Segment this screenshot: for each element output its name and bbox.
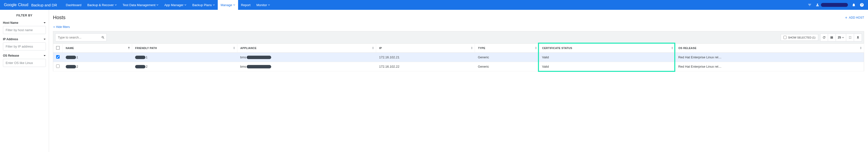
download-button[interactable] bbox=[854, 34, 862, 41]
hosts-table: NAME▲▼ FRIENDLY PATH▲▼ APPLIANCE▲▼ IP▲▼ … bbox=[53, 43, 864, 71]
chevron-down-icon bbox=[156, 4, 158, 6]
filter-ip-address: IP Address bbox=[3, 37, 46, 51]
column-friendly-path[interactable]: FRIENDLY PATH▲▼ bbox=[132, 43, 237, 53]
product-name[interactable]: Backup and DR bbox=[31, 3, 57, 7]
select-all-checkbox[interactable] bbox=[56, 46, 60, 50]
table-header-row: NAME▲▼ FRIENDLY PATH▲▼ APPLIANCE▲▼ IP▲▼ … bbox=[53, 43, 864, 53]
search-input[interactable] bbox=[55, 33, 107, 41]
add-host-button[interactable]: ADD HOST bbox=[844, 16, 864, 19]
filter-host-name: Host Name bbox=[3, 21, 46, 34]
help-icon[interactable] bbox=[860, 3, 864, 7]
column-ip[interactable]: IP▲▼ bbox=[376, 43, 475, 53]
cell-appliance: bms bbox=[237, 62, 376, 71]
search-box bbox=[55, 33, 107, 41]
logo-google: Google bbox=[4, 3, 17, 7]
plus-icon bbox=[844, 16, 848, 19]
cell-ip: 172.16.102.21 bbox=[376, 53, 475, 62]
table-row[interactable]: 1 1 bms 172.16.102.21 Generic Valid Red … bbox=[53, 53, 864, 62]
chevron-down-icon bbox=[213, 4, 215, 6]
topbar-right bbox=[808, 3, 864, 7]
sidebar-title: FILTER BY bbox=[3, 14, 46, 17]
nav-dashboard[interactable]: Dashboard bbox=[63, 0, 84, 10]
cell-cert-status: Valid bbox=[539, 62, 675, 71]
topbar: Google Cloud Backup and DR Dashboard Bac… bbox=[0, 0, 868, 10]
cell-name: 2 bbox=[63, 62, 132, 71]
refresh-icon bbox=[823, 36, 826, 39]
cell-appliance: bms bbox=[237, 53, 376, 62]
nav-monitor[interactable]: Monitor bbox=[253, 0, 273, 10]
row-checkbox[interactable] bbox=[56, 64, 60, 68]
chevron-down-icon bbox=[184, 4, 186, 6]
page-title: Hosts bbox=[53, 15, 65, 20]
content: Hosts ADD HOST Hide filters SHOW SELECTE… bbox=[49, 10, 868, 152]
filter-label-os-release[interactable]: OS Release bbox=[3, 54, 46, 57]
header-checkbox-cell bbox=[53, 43, 63, 53]
cell-os-release: Red Hat Enterprise Linux release ... bbox=[675, 53, 864, 62]
nav-report[interactable]: Report bbox=[238, 0, 253, 10]
page-size-selector[interactable]: 25 bbox=[836, 34, 846, 41]
nav-backup-recover[interactable]: Backup & Recover bbox=[84, 0, 120, 10]
chevron-down-icon bbox=[268, 4, 270, 6]
chevron-down-icon bbox=[842, 36, 844, 38]
nav-manage[interactable]: Manage bbox=[218, 0, 238, 10]
bell-icon[interactable] bbox=[852, 3, 856, 7]
cell-friendly-path: 2 bbox=[132, 62, 237, 71]
caret-down-icon bbox=[43, 22, 46, 24]
topbar-nav: Dashboard Backup & Recover Test Data Man… bbox=[63, 0, 273, 10]
google-cloud-logo[interactable]: Google Cloud bbox=[4, 3, 28, 7]
refresh-button[interactable] bbox=[820, 34, 828, 41]
user-icon bbox=[815, 3, 819, 7]
column-type[interactable]: TYPE▲▼ bbox=[475, 43, 539, 53]
show-selected-checkbox[interactable] bbox=[783, 36, 786, 39]
show-selected-button[interactable]: SHOW SELECTED (1) bbox=[781, 34, 818, 41]
filter-label-ip-address[interactable]: IP Address bbox=[3, 37, 46, 41]
cell-ip: 172.16.102.22 bbox=[376, 62, 475, 71]
fullscreen-icon bbox=[848, 36, 852, 39]
filter-label-host-name[interactable]: Host Name bbox=[3, 21, 46, 25]
user-redacted bbox=[821, 3, 848, 7]
caret-left-icon bbox=[53, 26, 55, 28]
table-row[interactable]: 2 2 bms 172.16.102.22 Generic Valid Red … bbox=[53, 62, 864, 71]
hide-filters-link[interactable]: Hide filters bbox=[53, 25, 864, 29]
cell-type: Generic bbox=[475, 62, 539, 71]
column-os-release[interactable]: OS RELEASE▲▼ bbox=[675, 43, 864, 53]
nav-backup-plans[interactable]: Backup Plans bbox=[189, 0, 218, 10]
fullscreen-button[interactable] bbox=[846, 34, 854, 41]
column-certificate-status[interactable]: CERTIFICATE STATUS▲▼ bbox=[539, 43, 675, 53]
filter-os-release: OS Release bbox=[3, 54, 46, 67]
column-appliance[interactable]: APPLIANCE▲▼ bbox=[237, 43, 376, 53]
caret-down-icon bbox=[43, 54, 46, 57]
filter-sidebar: FILTER BY Host Name IP Address OS Releas… bbox=[0, 10, 49, 152]
filter-icon[interactable] bbox=[808, 3, 812, 7]
columns-button[interactable] bbox=[828, 34, 836, 41]
download-icon bbox=[856, 36, 860, 39]
filter-input-os-release[interactable] bbox=[3, 59, 46, 67]
cell-friendly-path: 1 bbox=[132, 53, 237, 62]
logo-cloud: Cloud bbox=[18, 3, 28, 7]
caret-down-icon bbox=[43, 38, 46, 40]
cell-os-release: Red Hat Enterprise Linux release ... bbox=[675, 62, 864, 71]
cell-type: Generic bbox=[475, 53, 539, 62]
row-checkbox[interactable] bbox=[56, 55, 60, 59]
filter-input-host-name[interactable] bbox=[3, 26, 46, 34]
nav-app-manager[interactable]: App Manager bbox=[161, 0, 189, 10]
user-chip[interactable] bbox=[815, 3, 848, 7]
chevron-down-icon bbox=[115, 4, 117, 6]
cell-name: 1 bbox=[63, 53, 132, 62]
columns-icon bbox=[830, 36, 833, 39]
filter-input-ip-address[interactable] bbox=[3, 42, 46, 51]
cell-cert-status: Valid bbox=[539, 53, 675, 62]
chevron-down-icon bbox=[233, 4, 235, 6]
column-name[interactable]: NAME▲▼ bbox=[63, 43, 132, 53]
search-icon[interactable] bbox=[101, 36, 105, 39]
table-toolbar: SHOW SELECTED (1) 25 bbox=[53, 31, 864, 43]
nav-test-data-management[interactable]: Test Data Management bbox=[120, 0, 161, 10]
